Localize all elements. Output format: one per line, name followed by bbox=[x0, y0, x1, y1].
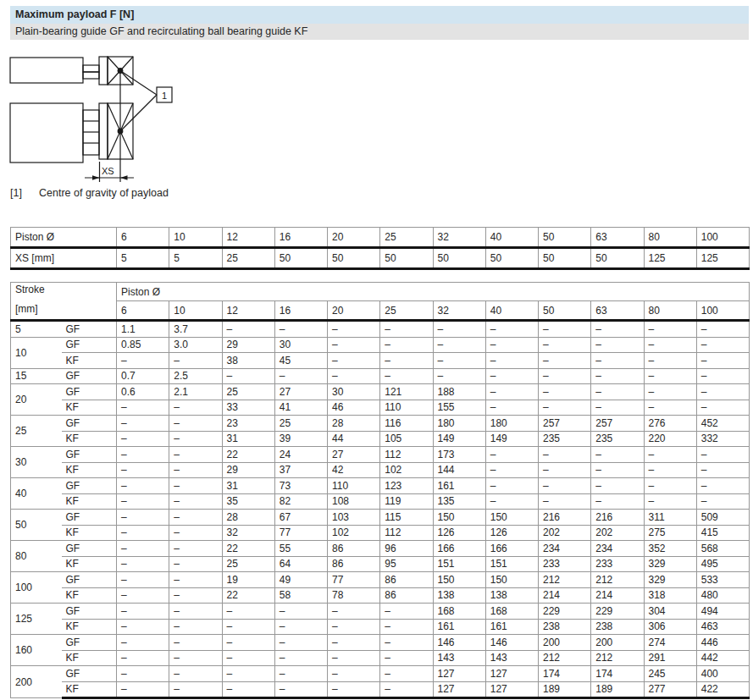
guide-type: KF bbox=[62, 400, 117, 416]
payload-value: – bbox=[485, 353, 538, 369]
payload-value: 41 bbox=[274, 400, 327, 416]
max-payload-table: Stroke [mm] Piston Ø 6101216202532405063… bbox=[10, 282, 750, 699]
slider-plate bbox=[99, 103, 108, 159]
payload-row: KF––3277102112126126202202275415 bbox=[11, 525, 750, 541]
stroke-value: 160 bbox=[11, 635, 62, 666]
payload-value: – bbox=[644, 321, 696, 338]
payload-value: – bbox=[222, 321, 274, 338]
payload-value: – bbox=[696, 462, 749, 478]
payload-value: 0.7 bbox=[117, 368, 169, 384]
payload-value: – bbox=[696, 353, 749, 369]
payload-value: 127 bbox=[433, 666, 485, 682]
stroke-value: 40 bbox=[11, 478, 62, 510]
payload-value: 291 bbox=[644, 650, 696, 666]
payload-value: 102 bbox=[380, 462, 433, 478]
payload-value: – bbox=[644, 384, 696, 400]
payload-value: – bbox=[222, 604, 274, 620]
payload-value: 245 bbox=[644, 666, 696, 682]
payload-value: 46 bbox=[328, 400, 380, 416]
payload-value: 143 bbox=[433, 650, 485, 666]
payload-row: 200GF––––––127127174174245400 bbox=[11, 666, 750, 682]
payload-value: 332 bbox=[696, 431, 749, 447]
payload-value: 214 bbox=[539, 587, 591, 604]
payload-value: 127 bbox=[433, 681, 485, 698]
payload-value: – bbox=[591, 368, 644, 384]
payload-value: – bbox=[169, 510, 222, 526]
payload-value: – bbox=[591, 337, 644, 353]
payload-value: 329 bbox=[644, 556, 696, 572]
payload-row: 30GF––222427112173––––– bbox=[11, 447, 750, 463]
piston-size: 32 bbox=[433, 301, 485, 321]
payload-value: 42 bbox=[328, 462, 380, 478]
xs-values-row: XS [mm] 552550505050505050125125 bbox=[11, 248, 750, 269]
payload-value: – bbox=[274, 635, 327, 651]
payload-row: 5GF1.13.7–––––––––– bbox=[11, 321, 750, 338]
payload-value: 96 bbox=[380, 541, 433, 557]
piston-size: 63 bbox=[591, 228, 644, 248]
xs-value: 50 bbox=[539, 248, 591, 269]
payload-value: – bbox=[117, 525, 169, 541]
payload-value: 0.6 bbox=[117, 384, 169, 400]
payload-value: 31 bbox=[222, 431, 274, 447]
piston-diameter-row: Piston Ø 610121620253240506380100 bbox=[11, 228, 750, 248]
payload-value: – bbox=[380, 650, 433, 666]
payload-value: – bbox=[222, 681, 274, 698]
payload-value: – bbox=[117, 619, 169, 635]
payload-value: 23 bbox=[222, 416, 274, 432]
payload-value: 161 bbox=[433, 478, 485, 494]
payload-value: – bbox=[696, 493, 749, 510]
payload-value: – bbox=[485, 447, 538, 463]
centre-of-gravity-dot bbox=[118, 129, 124, 135]
payload-value: 31 bbox=[222, 478, 274, 494]
payload-row: KF––––––143143212212291442 bbox=[11, 650, 750, 666]
payload-value: – bbox=[117, 510, 169, 526]
payload-value: – bbox=[222, 368, 274, 384]
guide-type: KF bbox=[62, 556, 117, 572]
xs-value: 50 bbox=[591, 248, 644, 269]
stroke-value: 100 bbox=[11, 572, 62, 604]
payload-value: 28 bbox=[328, 416, 380, 432]
guide-type: GF bbox=[62, 321, 117, 338]
payload-value: – bbox=[328, 635, 380, 651]
payload-value: – bbox=[591, 400, 644, 416]
payload-value: 110 bbox=[328, 478, 380, 494]
piston-size: 16 bbox=[274, 301, 327, 321]
payload-value: 168 bbox=[433, 604, 485, 620]
payload-value: 103 bbox=[328, 510, 380, 526]
payload-row: KF––25648695151151233233329495 bbox=[11, 556, 750, 572]
payload-value: 257 bbox=[591, 416, 644, 432]
piston-size: 100 bbox=[696, 228, 749, 248]
payload-value: 149 bbox=[485, 431, 538, 447]
payload-value: 233 bbox=[539, 556, 591, 572]
payload-value: 220 bbox=[644, 431, 696, 447]
payload-value: – bbox=[328, 604, 380, 620]
payload-value: 257 bbox=[539, 416, 591, 432]
stroke-value: 20 bbox=[11, 384, 62, 416]
xs-value: 50 bbox=[274, 248, 327, 269]
payload-value: 123 bbox=[380, 478, 433, 494]
payload-row: KF––334146110155––––– bbox=[11, 400, 750, 416]
stroke-value: 15 bbox=[11, 368, 62, 384]
payload-value: 112 bbox=[380, 525, 433, 541]
piston-size: 32 bbox=[433, 228, 485, 248]
payload-value: 200 bbox=[591, 635, 644, 651]
payload-row: KF––3845–––––––– bbox=[11, 353, 750, 369]
payload-value: 480 bbox=[696, 587, 749, 604]
payload-value: – bbox=[117, 541, 169, 557]
payload-value: – bbox=[591, 384, 644, 400]
payload-value: 238 bbox=[539, 619, 591, 635]
piston-size: 10 bbox=[169, 228, 222, 248]
payload-value: 144 bbox=[433, 462, 485, 478]
piston-size: 50 bbox=[539, 301, 591, 321]
payload-value: 212 bbox=[591, 650, 644, 666]
payload-value: – bbox=[380, 635, 433, 651]
payload-value: – bbox=[328, 650, 380, 666]
payload-value: – bbox=[117, 556, 169, 572]
piston-size: 6 bbox=[117, 228, 169, 248]
payload-value: 58 bbox=[274, 587, 327, 604]
caption-text: Centre of gravity of payload bbox=[39, 187, 169, 199]
payload-value: 49 bbox=[274, 572, 327, 588]
payload-value: 25 bbox=[222, 384, 274, 400]
datasheet-page: Maximum payload F [N] Plain-bearing guid… bbox=[0, 0, 753, 700]
payload-value: – bbox=[169, 400, 222, 416]
